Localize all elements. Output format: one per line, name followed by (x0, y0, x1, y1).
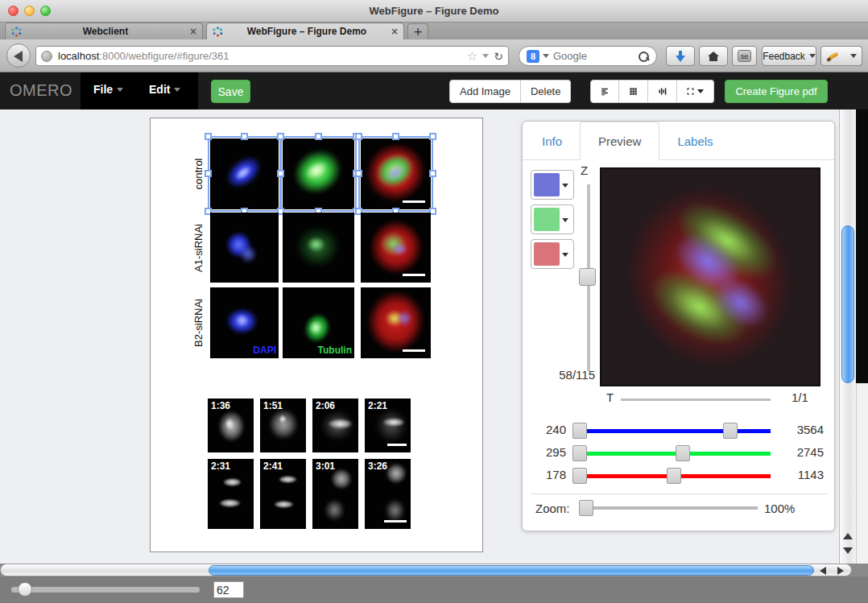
scroll-right-icon[interactable] (837, 567, 844, 575)
resize-handle[interactable] (315, 133, 322, 140)
channel-color-button-red[interactable] (531, 239, 574, 269)
timestamp-label: 3:01 (316, 461, 335, 472)
add-image-button[interactable]: Add Image (449, 80, 521, 103)
selection-frame[interactable] (208, 136, 281, 212)
globe-icon (41, 51, 52, 62)
panel-timepoint[interactable]: 2:06 (312, 399, 358, 452)
window-titlebar[interactable]: WebFigure – Figure Demo (0, 0, 868, 23)
panel-b2-merge[interactable] (361, 287, 431, 358)
close-tab-icon[interactable]: × (391, 26, 399, 37)
panel-a1-tubulin[interactable] (283, 213, 354, 283)
grid-layout-button[interactable] (619, 80, 648, 103)
panel-b2-tubulin[interactable]: Tubulin (283, 287, 354, 358)
panel-a1-merge[interactable] (361, 213, 431, 283)
channel-label-dapi: DAPI (253, 345, 276, 356)
search-bar[interactable]: 8 (519, 46, 657, 66)
t-slider-track[interactable] (621, 399, 771, 401)
zoom-slider-track[interactable] (593, 506, 758, 510)
range-handle-high[interactable] (667, 468, 681, 484)
url-dropdown-caret-icon[interactable] (482, 54, 489, 58)
new-tab-button[interactable]: + (407, 23, 428, 39)
addon-caret-button[interactable] (845, 46, 862, 66)
scroll-down-icon[interactable] (843, 547, 853, 554)
z-slider-handle[interactable] (579, 268, 596, 286)
search-input[interactable] (553, 50, 638, 62)
zoom-slider-handle[interactable] (579, 500, 593, 516)
panel-a1-dapi[interactable] (210, 213, 279, 283)
download-button[interactable] (666, 46, 695, 66)
channel-color-button-blue[interactable] (531, 170, 574, 200)
resize-handle[interactable] (429, 170, 436, 177)
resize-handle[interactable] (355, 170, 362, 177)
browser-tab-webfigure[interactable]: WebFigure – Figure Demo × (206, 23, 404, 39)
channel-slider-track-blue[interactable] (572, 429, 771, 433)
search-magnifier-icon[interactable] (638, 51, 649, 62)
reload-icon[interactable]: ↻ (494, 50, 503, 63)
range-handle-low[interactable] (572, 445, 587, 461)
feedback-button[interactable]: Feedback (762, 46, 816, 66)
horizontal-scrollbar[interactable] (0, 564, 868, 576)
delete-button[interactable]: Delete (521, 80, 572, 103)
url-bar[interactable]: localhost:8000/webfigure/#figure/361 ☆ ↻ (35, 46, 509, 66)
side-panel-tabs: Info Preview Labels (523, 122, 834, 160)
resize-handle[interactable] (205, 133, 212, 140)
download-arrow-icon (676, 51, 685, 62)
panel-timepoint[interactable]: 1:36 (208, 399, 254, 452)
tab-label: WebFigure – Figure Demo (228, 26, 386, 37)
panel-timepoint[interactable]: 1:51 (260, 399, 306, 452)
scroll-left-icon[interactable] (820, 567, 826, 575)
selenium-ide-button[interactable]: se (732, 46, 757, 66)
channel-end-value: 1143 (775, 468, 824, 481)
resize-handle[interactable] (392, 133, 399, 140)
bookmark-star-icon[interactable]: ☆ (467, 49, 477, 64)
resize-handle[interactable] (241, 133, 248, 140)
channel-slider-track-green[interactable] (572, 452, 771, 456)
page-zoom-slider-handle[interactable] (18, 582, 32, 597)
distribute-button[interactable] (648, 80, 677, 103)
range-handle-high[interactable] (723, 423, 738, 439)
browser-tab-webclient[interactable]: Webclient × (5, 23, 203, 39)
tab-info[interactable]: Info (524, 122, 580, 160)
tab-preview[interactable]: Preview (580, 122, 659, 160)
panel-timepoint[interactable]: 3:26 (365, 459, 411, 529)
vertical-scrollbar-thumb[interactable] (841, 225, 854, 383)
resize-handle[interactable] (277, 133, 284, 140)
panel-timepoint[interactable]: 2:21 (365, 399, 411, 452)
panel-timepoint[interactable]: 2:31 (208, 459, 254, 529)
google-icon[interactable]: 8 (527, 50, 539, 63)
addon-brush-button[interactable] (820, 46, 846, 66)
close-tab-icon[interactable]: × (189, 26, 197, 37)
channel-swatch-green (534, 208, 560, 231)
selection-frame[interactable] (280, 136, 357, 212)
resize-handle[interactable] (205, 170, 212, 177)
horizontal-scrollbar-track[interactable] (0, 564, 852, 576)
range-handle-low[interactable] (572, 468, 587, 484)
align-button[interactable] (590, 80, 619, 103)
page-zoom-input[interactable] (213, 581, 244, 598)
range-handle-high[interactable] (676, 445, 690, 461)
edit-menu[interactable]: Edit (149, 83, 180, 96)
resize-handle[interactable] (429, 133, 436, 140)
selection-frame[interactable] (358, 136, 433, 212)
image-preview[interactable] (600, 167, 820, 386)
vertical-scrollbar[interactable] (839, 109, 856, 564)
resize-handle[interactable] (277, 170, 284, 177)
home-button[interactable] (699, 46, 728, 66)
tab-labels[interactable]: Labels (659, 122, 730, 160)
scroll-up-icon[interactable] (843, 533, 853, 539)
channel-slider-track-red[interactable] (572, 474, 771, 478)
channel-color-button-green[interactable] (531, 204, 574, 234)
horizontal-scrollbar-thumb[interactable] (209, 565, 814, 576)
panel-b2-dapi[interactable]: DAPI (210, 287, 279, 358)
panel-timepoint[interactable]: 2:41 (260, 459, 306, 529)
resize-button[interactable] (677, 80, 714, 103)
panel-timepoint[interactable]: 3:01 (312, 459, 358, 529)
resize-handle[interactable] (355, 133, 362, 140)
range-handle-low[interactable] (572, 423, 587, 439)
create-figure-pdf-button[interactable]: Create Figure pdf (725, 80, 828, 103)
save-button[interactable]: Save (211, 80, 250, 103)
file-menu[interactable]: File (93, 83, 123, 96)
page-zoom-slider-track[interactable] (11, 587, 200, 593)
back-button[interactable] (6, 43, 31, 68)
search-engine-caret-icon[interactable] (543, 54, 549, 58)
